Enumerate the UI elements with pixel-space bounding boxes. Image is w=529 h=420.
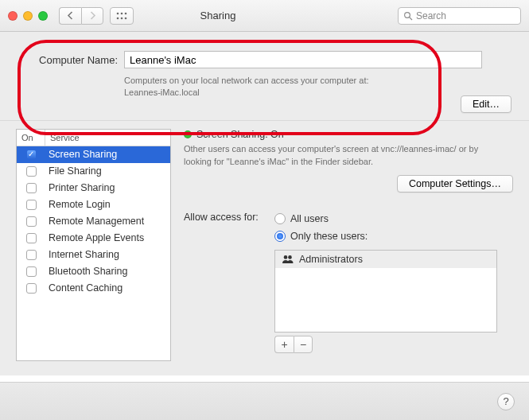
svg-point-8 — [284, 255, 288, 259]
window-title: Sharing — [45, 10, 391, 21]
service-checkbox[interactable] — [26, 266, 37, 277]
service-checkbox[interactable] — [26, 283, 37, 294]
service-label: Bluetooth Sharing — [45, 266, 170, 277]
status-title: Screen Sharing: On — [196, 129, 284, 140]
column-on[interactable]: On — [17, 130, 45, 146]
service-checkbox[interactable] — [26, 200, 37, 210]
svg-line-7 — [410, 17, 412, 19]
users-list[interactable]: Administrators — [274, 250, 497, 332]
service-checkbox[interactable] — [26, 150, 37, 160]
edit-button[interactable]: Edit… — [461, 95, 511, 113]
help-button[interactable]: ? — [497, 393, 515, 410]
access-label: Allow access for: — [184, 210, 266, 223]
service-row[interactable]: Internet Sharing — [17, 247, 170, 263]
group-icon — [282, 255, 294, 264]
status-indicator-icon — [184, 130, 192, 138]
service-row[interactable]: Content Caching — [17, 280, 170, 297]
service-label: Remote Login — [45, 199, 170, 210]
user-row: Administrators — [275, 251, 496, 268]
service-label: Remote Management — [45, 216, 170, 227]
search-icon — [403, 11, 413, 21]
window-controls — [8, 11, 48, 21]
radio-only-users[interactable]: Only these users: — [274, 228, 513, 245]
service-row[interactable]: Remote Login — [17, 196, 170, 213]
status-desc: Other users can access your computer's s… — [184, 143, 502, 169]
minimize-window[interactable] — [23, 11, 33, 21]
main-area: On Service Screen SharingFile SharingPri… — [0, 121, 529, 375]
svg-point-6 — [405, 12, 410, 18]
user-label: Administrators — [299, 254, 363, 265]
services-list[interactable]: Screen SharingFile SharingPrinter Sharin… — [17, 146, 170, 360]
column-service[interactable]: Service — [45, 130, 170, 146]
close-window[interactable] — [8, 11, 18, 21]
services-header: On Service — [17, 130, 170, 146]
svg-point-9 — [288, 255, 292, 259]
computer-name-input[interactable] — [124, 51, 482, 68]
service-checkbox[interactable] — [26, 216, 37, 227]
computer-name-section: Computer Name: Computers on your local n… — [0, 32, 529, 121]
service-checkbox[interactable] — [26, 166, 37, 177]
search-field[interactable]: Search — [398, 7, 521, 25]
service-row[interactable]: Screen Sharing — [17, 146, 170, 163]
remove-user-button[interactable]: − — [294, 336, 313, 353]
footer: ? — [0, 382, 529, 420]
service-label: File Sharing — [45, 165, 170, 177]
titlebar: Sharing Search — [0, 0, 529, 32]
service-label: Content Caching — [45, 282, 170, 294]
service-label: Remote Apple Events — [45, 232, 170, 243]
radio-all-users[interactable]: All users — [274, 210, 513, 228]
service-label: Printer Sharing — [45, 182, 170, 193]
service-checkbox[interactable] — [26, 233, 37, 243]
service-row[interactable]: Remote Management — [17, 213, 170, 230]
computer-settings-button[interactable]: Computer Settings… — [397, 175, 513, 192]
computer-name-label: Computer Name: — [16, 54, 118, 66]
service-label: Screen Sharing — [45, 149, 170, 160]
service-row[interactable]: Remote Apple Events — [17, 230, 170, 247]
add-user-button[interactable]: + — [274, 336, 294, 353]
radio-icon — [274, 213, 286, 224]
service-checkbox[interactable] — [26, 183, 37, 193]
service-detail: Screen Sharing: On Other users can acces… — [184, 129, 513, 361]
radio-icon — [274, 231, 286, 242]
service-row[interactable]: File Sharing — [17, 163, 170, 180]
service-row[interactable]: Printer Sharing — [17, 180, 170, 196]
service-row[interactable]: Bluetooth Sharing — [17, 263, 170, 280]
services-table: On Service Screen SharingFile SharingPri… — [16, 129, 171, 361]
search-placeholder: Search — [416, 10, 446, 21]
service-checkbox[interactable] — [26, 250, 37, 260]
service-label: Internet Sharing — [45, 249, 170, 260]
computer-name-desc: Computers on your local network can acce… — [124, 75, 410, 99]
